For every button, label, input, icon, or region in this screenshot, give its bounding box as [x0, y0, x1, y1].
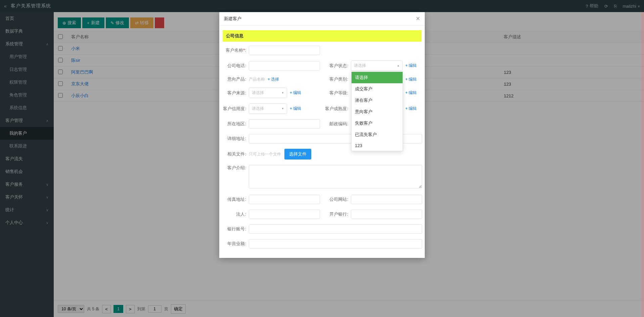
edit-source-link[interactable]: + 编辑 [290, 90, 301, 96]
customer-credit-select[interactable]: 请选择▼ [249, 103, 287, 114]
dropdown-option[interactable]: 已流失客户 [352, 129, 403, 140]
edit-credit-link[interactable]: + 编辑 [290, 106, 301, 111]
edit-category-link[interactable]: + 编辑 [405, 77, 417, 82]
label-bank-account: 银行账号: [222, 226, 249, 232]
legal-person-input[interactable] [249, 210, 320, 219]
dropdown-option[interactable]: 成交客户 [352, 83, 403, 95]
close-icon[interactable]: ✕ [416, 15, 420, 22]
label-postal-code: 邮政编码: [324, 121, 351, 127]
label-related-files: 相关文件: [222, 151, 249, 157]
label-region: 所在地区: [222, 121, 249, 127]
label-customer-level: 客户等级: [324, 90, 351, 96]
file-hint: 只可上传一个文件 [249, 151, 281, 157]
label-detail-address: 详细地址: [222, 136, 249, 142]
label-annual-revenue: 年营业额: [222, 241, 249, 247]
select-file-button[interactable]: 选择文件 [284, 149, 311, 160]
dropdown-option[interactable]: 失败客户 [352, 118, 403, 129]
label-company-phone: 公司电话: [222, 63, 249, 69]
customer-status-dropdown: 请选择成交客户潜在客户意向客户失败客户已流失客户123 [351, 72, 403, 151]
website-input[interactable] [351, 195, 422, 204]
label-customer-source: 客户来源: [222, 90, 249, 96]
company-phone-input[interactable] [249, 61, 320, 71]
product-name-placeholder: 产品名称 [249, 77, 265, 82]
customer-intro-textarea[interactable] [249, 165, 422, 188]
section-company-info: 公司信息 [223, 30, 421, 42]
label-customer-maturity: 客户成熟度: [324, 106, 351, 112]
label-customer-status: 客户状态: [324, 63, 351, 69]
label-customer-intro: 客户介绍: [222, 165, 249, 171]
modal-overlay: 新建客户 ✕ 公司信息 客户名称*: 公司电话: 客户状态: [0, 0, 644, 317]
bank-account-input[interactable] [249, 224, 422, 234]
customer-status-select[interactable]: 请选择▲ 请选择成交客户潜在客户意向客户失败客户已流失客户123 [351, 60, 403, 71]
label-fax: 传真地址: [222, 196, 249, 202]
fax-input[interactable] [249, 195, 320, 204]
bank-input[interactable] [351, 210, 422, 219]
edit-maturity-link[interactable]: + 编辑 [405, 106, 417, 111]
label-bank: 开户银行: [324, 211, 351, 217]
label-website: 公司网站: [324, 196, 351, 202]
select-product-link[interactable]: + 选择 [268, 77, 279, 82]
annual-revenue-input[interactable] [249, 239, 422, 248]
dropdown-option[interactable]: 123 [352, 140, 403, 151]
dropdown-option[interactable]: 潜在客户 [352, 95, 403, 106]
new-customer-modal: 新建客户 ✕ 公司信息 客户名称*: 公司电话: 客户状态: [219, 12, 425, 258]
label-intent-product: 意向产品: [222, 76, 249, 82]
label-customer-name: 客户名称*: [222, 47, 249, 53]
label-customer-category: 客户类别: [324, 76, 351, 82]
dropdown-option[interactable]: 意向客户 [352, 106, 403, 118]
modal-title: 新建客户 [224, 16, 241, 22]
customer-name-input[interactable] [249, 46, 320, 55]
edit-status-link[interactable]: + 编辑 [405, 63, 417, 69]
dropdown-option[interactable]: 请选择 [352, 72, 403, 83]
edit-level-link[interactable]: + 编辑 [405, 90, 417, 96]
label-customer-credit: 客户信用度: [222, 106, 249, 112]
label-legal-person: 法人: [222, 211, 249, 217]
region-input[interactable] [249, 119, 320, 129]
customer-source-select[interactable]: 请选择▼ [249, 88, 287, 98]
